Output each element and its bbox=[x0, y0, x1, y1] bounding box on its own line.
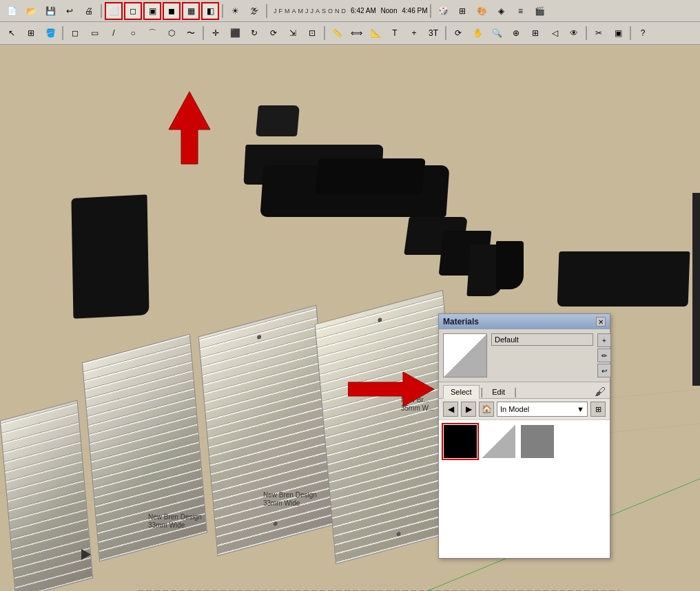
followme-tool-btn[interactable]: ⟳ bbox=[265, 24, 282, 42]
category-dropdown[interactable]: In Model ▼ bbox=[497, 402, 588, 417]
textured-button[interactable]: ▦ bbox=[182, 2, 200, 20]
preview-diagonal bbox=[444, 334, 486, 377]
shadow-btn[interactable]: ☀ bbox=[226, 2, 244, 20]
material-preview-box bbox=[443, 333, 487, 377]
month-bar: J F M A M J J A S O N D bbox=[273, 8, 347, 14]
nav-forward-btn[interactable]: ▶ bbox=[461, 402, 476, 417]
freehand-tool-btn[interactable]: 〜 bbox=[182, 24, 200, 42]
fog-btn[interactable]: 🌫 bbox=[245, 2, 263, 20]
select-tool-btn[interactable]: ↖ bbox=[3, 24, 21, 42]
help-tool-btn[interactable]: ? bbox=[634, 24, 652, 42]
black-panel-left bbox=[71, 194, 149, 319]
materials-titlebar: Materials ✕ bbox=[439, 314, 610, 329]
polygon-tool-btn[interactable]: ⬡ bbox=[163, 24, 181, 42]
section-tool-btn[interactable]: ✂ bbox=[590, 24, 608, 42]
shaded-button[interactable]: ◼ bbox=[163, 2, 181, 20]
hidden-button[interactable]: ▣ bbox=[143, 2, 161, 20]
sectionview-tool-btn[interactable]: ▣ bbox=[609, 24, 627, 42]
swatch-default[interactable] bbox=[480, 423, 517, 460]
material-create-btn[interactable]: + bbox=[597, 333, 611, 347]
dimension-tool-btn[interactable]: ⟺ bbox=[347, 24, 365, 42]
paint-bucket-icon: 🖌 bbox=[595, 386, 606, 398]
black-edge-right bbox=[692, 193, 700, 386]
mono-button[interactable]: ◧ bbox=[201, 2, 219, 20]
axes-tool-btn[interactable]: + bbox=[405, 24, 423, 42]
label-new-bren-33-4: 33mm Wide bbox=[148, 521, 185, 529]
nav-back-btn[interactable]: ◀ bbox=[443, 402, 458, 417]
swatch-gray[interactable] bbox=[519, 423, 556, 460]
wire-button[interactable]: ◻ bbox=[124, 2, 142, 20]
protractor-tool-btn[interactable]: 📐 bbox=[367, 24, 384, 42]
line-tool-btn[interactable]: / bbox=[105, 24, 123, 42]
print-button[interactable]: 🖨 bbox=[80, 2, 98, 20]
play-button[interactable] bbox=[81, 549, 91, 560]
materials-panel: Materials ✕ + ✏ ↩ Select | Edit | bbox=[438, 313, 610, 559]
pushpull-tool-btn[interactable]: ⬛ bbox=[226, 24, 244, 42]
3dtext-tool-btn[interactable]: 3T bbox=[424, 24, 442, 42]
tab-separator-2: | bbox=[514, 386, 517, 397]
arc-tool-btn[interactable]: ⌒ bbox=[143, 24, 161, 42]
rect-tool-btn[interactable]: ▭ bbox=[85, 24, 103, 42]
scenes-btn[interactable]: 🎬 bbox=[531, 2, 548, 20]
swatch-black[interactable] bbox=[442, 423, 479, 460]
up-arrow-annotation bbox=[155, 92, 231, 171]
swatch-default-color bbox=[482, 425, 515, 458]
sep-r2-3 bbox=[324, 26, 325, 40]
move-tool-btn[interactable]: ✛ bbox=[207, 24, 225, 42]
tape-tool-btn[interactable]: 📏 bbox=[328, 24, 346, 42]
zoomwindow-tool-btn[interactable]: ⊕ bbox=[507, 24, 525, 42]
material-sample-btn[interactable]: ✏ bbox=[597, 349, 611, 362]
time-end: 4:46 PM bbox=[402, 7, 427, 14]
xray-button[interactable]: ⬜ bbox=[105, 2, 123, 20]
offset-tool-btn[interactable]: ⊡ bbox=[303, 24, 321, 42]
undo-button[interactable]: ↩ bbox=[61, 2, 79, 20]
time-indicator: 6:42 AM Noon 4:46 PM bbox=[351, 7, 427, 14]
time-start: 6:42 AM bbox=[351, 7, 376, 14]
circle-tool-btn[interactable]: ○ bbox=[124, 24, 142, 42]
zoomextents-tool-btn[interactable]: ⊞ bbox=[526, 24, 544, 42]
vent-obj-3 bbox=[198, 305, 336, 557]
tab-separator: | bbox=[481, 386, 484, 397]
open-button[interactable]: 📂 bbox=[22, 2, 40, 20]
erase-tool-btn[interactable]: ◻ bbox=[66, 24, 84, 42]
materials-preview-row: + ✏ ↩ bbox=[439, 329, 610, 382]
orbit-tool-btn[interactable]: ⟳ bbox=[449, 24, 467, 42]
component-tool-btn[interactable]: ⊞ bbox=[22, 24, 40, 42]
3d-btn[interactable]: 🎲 bbox=[434, 2, 452, 20]
zoom-tool-btn[interactable]: 🔍 bbox=[488, 24, 506, 42]
label-new-bren-33-1: New Bren Design bbox=[263, 491, 317, 499]
materials-close-button[interactable]: ✕ bbox=[596, 317, 606, 326]
styles-btn[interactable]: ◈ bbox=[492, 2, 510, 20]
tab-select[interactable]: Select bbox=[443, 385, 480, 399]
text-tool-btn[interactable]: T bbox=[386, 24, 404, 42]
walkthrough-tool-btn[interactable]: 👁 bbox=[565, 24, 583, 42]
paintbucket-tool-btn[interactable]: 🪣 bbox=[41, 24, 59, 42]
right-arrow-annotation bbox=[348, 369, 438, 410]
swatch-gray-color bbox=[521, 425, 554, 458]
separator4 bbox=[430, 4, 431, 18]
vent-obj-1 bbox=[0, 400, 93, 591]
rotate-tool-btn[interactable]: ↻ bbox=[245, 24, 263, 42]
sep-r2-4 bbox=[445, 26, 446, 40]
nav-home-btn[interactable]: 🏠 bbox=[479, 402, 494, 417]
black-cluster-4 bbox=[496, 241, 524, 289]
save-button[interactable]: 💾 bbox=[41, 2, 59, 20]
layers-btn[interactable]: ≡ bbox=[511, 2, 529, 20]
time-noon: Noon bbox=[381, 7, 398, 14]
materials-tabs: Select | Edit | 🖌 bbox=[439, 382, 610, 399]
pan-tool-btn[interactable]: ✋ bbox=[469, 24, 486, 42]
scale-tool-btn[interactable]: ⇲ bbox=[284, 24, 302, 42]
toolbar-area: 📄 📂 💾 ↩ 🖨 ⬜ ◻ ▣ ◼ ▦ ◧ ☀ 🌫 J F M A M J J … bbox=[0, 0, 700, 45]
new-button[interactable]: 📄 bbox=[3, 2, 21, 20]
prevview-tool-btn[interactable]: ◁ bbox=[546, 24, 564, 42]
material-name-input[interactable] bbox=[491, 333, 593, 346]
materials-btn[interactable]: 🎨 bbox=[473, 2, 491, 20]
main-viewport: New Br... 35mm W... New Bren Design 33mm… bbox=[0, 45, 700, 591]
tab-edit[interactable]: Edit bbox=[484, 385, 513, 398]
details-btn[interactable]: ⊞ bbox=[590, 402, 606, 417]
components-btn[interactable]: ⊞ bbox=[453, 2, 471, 20]
label-new-bren-33-3: New Bren Design bbox=[148, 513, 202, 521]
separator2 bbox=[222, 4, 223, 18]
black-panel-right bbox=[557, 251, 690, 307]
material-reset-btn[interactable]: ↩ bbox=[597, 364, 611, 377]
